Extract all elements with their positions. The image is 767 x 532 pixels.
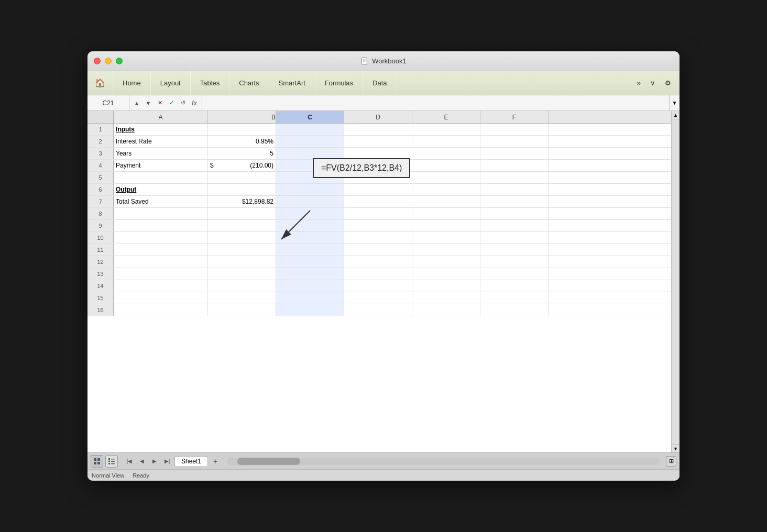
sheet-nav-first[interactable]: |◀ [124, 456, 135, 467]
cell-A1[interactable]: Inputs [114, 124, 208, 135]
cell-D1[interactable] [344, 124, 412, 135]
sheet-tab-sheet1[interactable]: Sheet1 [174, 456, 208, 466]
cell-E5[interactable] [412, 172, 480, 183]
cell-E1[interactable] [412, 124, 480, 135]
cell-F2[interactable] [480, 136, 549, 147]
cell-ref-down-arrow[interactable]: ▼ [143, 98, 154, 108]
cell-E10[interactable] [412, 232, 480, 243]
cell-F6[interactable] [480, 184, 549, 195]
formula-cancel-button[interactable]: ✕ [155, 98, 165, 108]
scroll-up-button[interactable]: ▲ [672, 111, 680, 119]
cell-B8[interactable] [208, 208, 276, 219]
cell-B5[interactable] [208, 172, 276, 183]
cell-F5[interactable] [480, 172, 549, 183]
cell-F15[interactable] [480, 292, 549, 304]
maximize-button[interactable] [116, 58, 123, 64]
col-header-A[interactable]: A [114, 111, 208, 123]
ribbon-settings-button[interactable]: ⚙ [661, 77, 675, 89]
cell-C3[interactable] [276, 148, 344, 159]
cell-C4[interactable] [276, 160, 344, 171]
formula-undo-button[interactable]: ↺ [178, 98, 188, 108]
col-header-D[interactable]: D [344, 111, 412, 123]
cell-E14[interactable] [412, 280, 480, 292]
cell-E16[interactable] [412, 304, 480, 316]
cell-B1[interactable] [208, 124, 276, 135]
col-header-F[interactable]: F [480, 111, 549, 123]
ribbon-tab-layout[interactable]: Layout [151, 71, 191, 95]
cell-A12[interactable] [114, 256, 208, 268]
ribbon-tab-data[interactable]: Data [363, 71, 397, 95]
cell-C15[interactable] [276, 292, 344, 304]
cell-F3[interactable] [480, 148, 549, 159]
cell-C9[interactable] [276, 220, 344, 231]
ribbon-tab-home[interactable]: Home [113, 71, 151, 95]
sheet-nav-prev[interactable]: ◀ [137, 456, 147, 467]
cell-F16[interactable] [480, 304, 549, 316]
cell-A4[interactable]: Payment [114, 160, 208, 171]
resize-handle[interactable]: ⊞ [666, 456, 676, 467]
vertical-scrollbar[interactable]: ▲ ▼ [671, 111, 680, 452]
ribbon-more-button[interactable]: » [633, 77, 645, 89]
cell-F13[interactable] [480, 268, 549, 280]
sheet-nav-next[interactable]: ▶ [149, 456, 160, 467]
cell-C1[interactable] [276, 124, 344, 135]
cell-D11[interactable] [344, 244, 412, 256]
cell-B16[interactable] [208, 304, 276, 316]
cell-C5[interactable] [276, 172, 344, 183]
cell-B11[interactable] [208, 244, 276, 256]
ribbon-tab-tables[interactable]: Tables [191, 71, 230, 95]
cell-B2[interactable]: 0.95% [208, 136, 276, 147]
col-header-B[interactable]: B [208, 111, 276, 123]
cell-E9[interactable] [412, 220, 480, 231]
cell-A3[interactable]: Years [114, 148, 208, 159]
formula-confirm-button[interactable]: ✓ [166, 98, 177, 108]
cell-reference-box[interactable]: C21 [87, 95, 129, 110]
cell-F7[interactable] [480, 196, 549, 207]
cell-F4[interactable] [480, 160, 549, 171]
cell-F11[interactable] [480, 244, 549, 256]
cell-C14[interactable] [276, 280, 344, 292]
cell-C6[interactable] [276, 184, 344, 195]
cell-A10[interactable] [114, 232, 208, 243]
cell-E15[interactable] [412, 292, 480, 304]
cell-A6[interactable]: Output [114, 184, 208, 195]
cell-E12[interactable] [412, 256, 480, 268]
col-header-C[interactable]: C [276, 111, 344, 123]
cell-D5[interactable] [344, 172, 412, 183]
ribbon-tab-charts[interactable]: Charts [229, 71, 269, 95]
grid-view-icon[interactable] [91, 455, 103, 468]
cell-B3[interactable]: 5 [208, 148, 276, 159]
cell-F10[interactable] [480, 232, 549, 243]
ribbon-tab-smartart[interactable]: SmartArt [269, 71, 315, 95]
ribbon-tab-formulas[interactable]: Formulas [315, 71, 363, 95]
cell-F14[interactable] [480, 280, 549, 292]
ribbon-chevron-button[interactable]: ∨ [646, 77, 660, 89]
cell-B10[interactable] [208, 232, 276, 243]
cell-F9[interactable] [480, 220, 549, 231]
cell-B4[interactable]: $ (210.00) [208, 160, 276, 171]
horizontal-scrollbar-thumb[interactable] [237, 458, 300, 465]
cell-E4[interactable] [412, 160, 480, 171]
horizontal-scrollbar[interactable] [227, 458, 660, 465]
cell-C12[interactable] [276, 256, 344, 268]
cell-D3[interactable] [344, 148, 412, 159]
cell-E6[interactable] [412, 184, 480, 195]
cell-D6[interactable] [344, 184, 412, 195]
sheet-nav-last[interactable]: ▶| [162, 456, 172, 467]
cell-C16[interactable] [276, 304, 344, 316]
cell-E13[interactable] [412, 268, 480, 280]
formula-scroll-button[interactable]: ▼ [669, 95, 680, 111]
cell-D9[interactable] [344, 220, 412, 231]
cell-D8[interactable] [344, 208, 412, 219]
cell-B9[interactable] [208, 220, 276, 231]
cell-A8[interactable] [114, 208, 208, 219]
cell-A14[interactable] [114, 280, 208, 292]
cell-A11[interactable] [114, 244, 208, 256]
cell-B12[interactable] [208, 256, 276, 268]
cell-C13[interactable] [276, 268, 344, 280]
cell-B6[interactable] [208, 184, 276, 195]
cell-F12[interactable] [480, 256, 549, 268]
cell-B15[interactable] [208, 292, 276, 304]
cell-F8[interactable] [480, 208, 549, 219]
cell-D14[interactable] [344, 280, 412, 292]
